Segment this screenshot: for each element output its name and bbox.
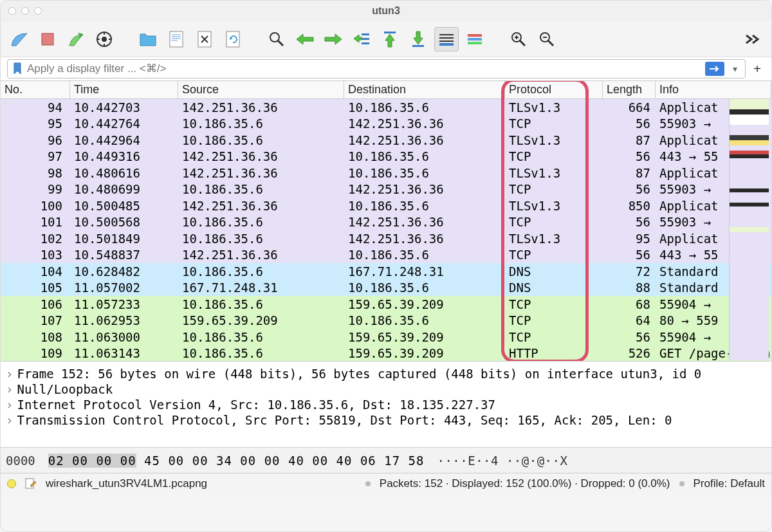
details-line-tcp[interactable]: ›Transmission Control Protocol, Src Port… [6, 413, 766, 427]
shark-fin-icon[interactable] [7, 27, 32, 51]
add-filter-button[interactable]: + [749, 61, 765, 77]
go-to-packet-button[interactable] [349, 27, 374, 51]
packet-bytes-pane[interactable]: 0000 02 00 00 00 45 00 00 34 00 00 40 00… [1, 448, 771, 473]
window-title: utun3 [372, 5, 400, 17]
table-row[interactable]: 9410.442703142.251.36.3610.186.35.6TLSv1… [1, 99, 771, 116]
table-row[interactable]: 10811.06300010.186.35.6159.65.39.209TCP5… [1, 329, 771, 345]
status-separator [365, 481, 371, 486]
packet-stats: Packets: 152 · Displayed: 152 (100.0%) ·… [380, 477, 670, 490]
svg-line-29 [520, 41, 525, 46]
hex-ascii: ····E··4 ··@·@··X [437, 454, 567, 468]
packet-details-pane[interactable]: ›Frame 152: 56 bytes on wire (448 bits),… [1, 362, 771, 448]
display-filter-bar: ▾ + [1, 57, 771, 80]
column-header-no[interactable]: No. [1, 81, 70, 98]
display-filter-input[interactable] [27, 62, 700, 75]
svg-rect-18 [362, 42, 369, 44]
stop-capture-button[interactable] [35, 27, 60, 51]
apply-filter-button[interactable] [705, 62, 724, 76]
expert-info-led[interactable] [7, 479, 16, 488]
close-file-button[interactable] [192, 27, 217, 51]
svg-rect-0 [42, 33, 53, 45]
column-header-protocol[interactable]: Protocol [505, 81, 603, 98]
packet-list-pane: No. Time Source Destination Protocol Len… [1, 80, 771, 362]
go-forward-button[interactable] [321, 27, 345, 51]
svg-line-15 [278, 41, 283, 46]
toolbar-overflow-button[interactable] [740, 27, 765, 51]
table-row[interactable]: 9810.480616142.251.36.3610.186.35.6TLSv1… [1, 165, 771, 181]
table-row[interactable]: 10911.06314310.186.35.6159.65.39.209HTTP… [1, 345, 771, 362]
table-row[interactable]: 10611.05723310.186.35.6159.65.39.209TCP6… [1, 296, 771, 313]
minimize-window-button[interactable] [21, 7, 29, 15]
restart-capture-button[interactable] [64, 27, 88, 51]
window-titlebar: utun3 [1, 1, 771, 21]
column-header-source[interactable]: Source [178, 81, 344, 98]
table-row[interactable]: 9910.48069910.186.35.6142.251.36.36TCP56… [1, 181, 771, 198]
svg-rect-19 [384, 32, 396, 33]
table-row[interactable]: 10511.057002167.71.248.3110.186.35.6DNS8… [1, 280, 771, 297]
colorize-button[interactable] [463, 27, 487, 51]
table-row[interactable]: 10110.50056810.186.35.6142.251.36.36TCP5… [1, 214, 771, 231]
details-line-frame[interactable]: ›Frame 152: 56 bytes on wire (448 bits),… [6, 367, 766, 381]
table-row[interactable]: 10210.50184910.186.35.6142.251.36.36TLSv… [1, 230, 771, 247]
filter-history-dropdown[interactable]: ▾ [730, 62, 740, 76]
status-separator [679, 481, 685, 486]
profile-label[interactable]: Profile: Default [694, 477, 766, 490]
svg-rect-24 [439, 43, 454, 46]
go-first-packet-button[interactable] [378, 27, 402, 51]
save-file-button[interactable] [164, 27, 188, 51]
column-header-info[interactable]: Info [656, 81, 771, 98]
open-file-button[interactable] [136, 27, 160, 51]
go-back-button[interactable] [293, 27, 317, 51]
column-header-time[interactable]: Time [70, 81, 178, 98]
auto-scroll-button[interactable] [434, 27, 459, 51]
svg-rect-25 [468, 34, 482, 37]
svg-point-14 [270, 33, 279, 42]
svg-line-33 [548, 41, 553, 46]
chevron-right-icon: › [6, 367, 13, 381]
traffic-lights [8, 7, 42, 15]
zoom-in-button[interactable] [506, 27, 531, 51]
capture-options-button[interactable] [92, 27, 116, 51]
find-packet-button[interactable] [264, 27, 289, 51]
hex-offset: 0000 [6, 454, 35, 468]
packet-minimap[interactable] [729, 99, 769, 360]
svg-rect-27 [468, 42, 482, 44]
zoom-out-button[interactable] [535, 27, 559, 51]
go-last-packet-button[interactable] [406, 27, 430, 51]
svg-rect-26 [468, 38, 482, 41]
table-row[interactable]: 9710.449316142.251.36.3610.186.35.6TCP56… [1, 149, 771, 165]
display-filter-container: ▾ [7, 59, 746, 78]
status-bar: wireshark_utun3RV4LM1.pcapng Packets: 15… [1, 473, 771, 494]
svg-rect-20 [412, 45, 424, 47]
details-line-ip[interactable]: ›Internet Protocol Version 4, Src: 10.18… [6, 398, 766, 412]
svg-rect-16 [362, 33, 369, 35]
svg-rect-17 [362, 38, 369, 40]
chevron-right-icon: › [6, 398, 13, 412]
capture-filename: wireshark_utun3RV4LM1.pcapng [46, 477, 207, 490]
packet-list-rows[interactable]: 9410.442703142.251.36.3610.186.35.6TLSv1… [1, 99, 771, 362]
main-toolbar [1, 21, 771, 57]
chevron-right-icon: › [6, 413, 13, 427]
reload-file-button[interactable] [221, 27, 245, 51]
svg-rect-7 [170, 32, 183, 47]
close-window-button[interactable] [8, 7, 16, 15]
table-row[interactable]: 10310.548837142.251.36.3610.186.35.6TCP5… [1, 247, 771, 264]
details-line-null[interactable]: ›Null/Loopback [6, 382, 766, 396]
chevron-right-icon: › [6, 382, 13, 396]
bookmark-icon[interactable] [13, 62, 22, 75]
table-row[interactable]: 10410.62848210.186.35.6167.71.248.31DNS7… [1, 263, 771, 280]
table-row[interactable]: 10010.500485142.251.36.3610.186.35.6TLSv… [1, 197, 771, 214]
maximize-window-button[interactable] [34, 7, 42, 15]
svg-point-2 [102, 37, 107, 42]
column-header-destination[interactable]: Destination [344, 81, 505, 98]
table-row[interactable]: 9610.44296410.186.35.6142.251.36.36TLSv1… [1, 132, 771, 149]
table-row[interactable]: 9510.44276410.186.35.6142.251.36.36TCP56… [1, 116, 771, 133]
hex-bytes: 02 00 00 00 45 00 00 34 00 00 40 00 40 0… [48, 454, 425, 468]
table-row[interactable]: 10711.062953159.65.39.20910.186.35.6TCP6… [1, 313, 771, 329]
column-header-length[interactable]: Length [603, 81, 656, 98]
edit-capture-icon[interactable] [25, 478, 37, 490]
packet-list-header: No. Time Source Destination Protocol Len… [1, 81, 771, 99]
